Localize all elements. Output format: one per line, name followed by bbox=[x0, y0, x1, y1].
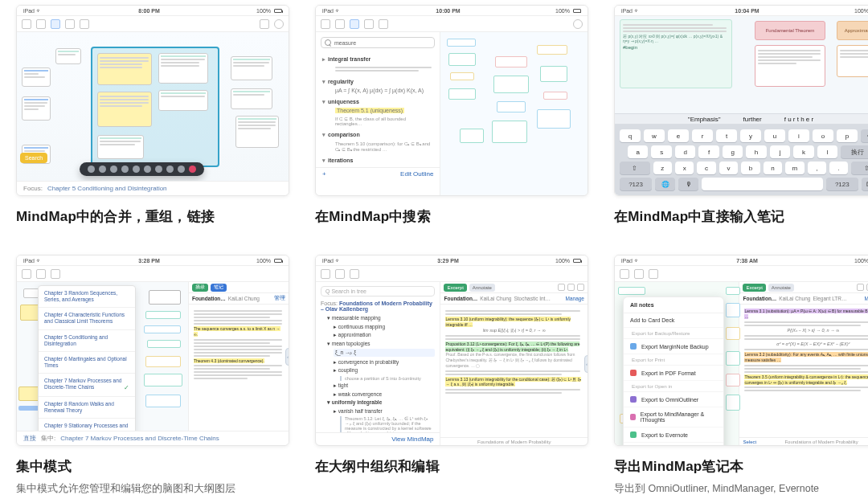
document-page[interactable]: Lemma 3.1 (substitution): μA = P{ω ∈ A: … bbox=[739, 305, 868, 437]
mindmap-canvas[interactable]: 若 p(x,y) 对应 x≥0 则 p(x,y)=∫ φ(x)dk … p(x,… bbox=[615, 16, 868, 113]
key-u[interactable]: u bbox=[764, 129, 785, 142]
outline-item[interactable]: regularity bbox=[328, 79, 354, 84]
select-link[interactable]: Select bbox=[743, 440, 756, 444]
mindmap-node[interactable] bbox=[97, 53, 152, 85]
tool-highlight-icon[interactable] bbox=[110, 166, 117, 173]
key-period[interactable]: . bbox=[829, 162, 848, 174]
mindmap-node[interactable] bbox=[540, 66, 567, 82]
key-t[interactable]: t bbox=[716, 129, 737, 142]
mindmap-node[interactable] bbox=[231, 56, 272, 80]
back-icon[interactable] bbox=[321, 269, 330, 279]
export-add-card[interactable]: Add to Card Deck bbox=[624, 313, 723, 328]
key-hide-keyboard[interactable]: ⌨ bbox=[862, 178, 868, 190]
key-b[interactable]: s bbox=[651, 145, 671, 158]
key-f[interactable]: f bbox=[698, 145, 719, 158]
manage-link[interactable]: Manage bbox=[865, 296, 869, 301]
tool-link-icon[interactable] bbox=[99, 166, 106, 173]
export-evernote[interactable]: Export to Evernote bbox=[624, 427, 723, 443]
export-omni[interactable]: Export to OmniOutliner bbox=[624, 392, 723, 407]
key-z[interactable]: z bbox=[653, 162, 672, 174]
chapter-item[interactable]: Chapter 9 Stationary Processes and Ergod… bbox=[39, 419, 135, 431]
mindmap-node[interactable] bbox=[837, 45, 868, 77]
outline-item[interactable]: tight bbox=[338, 382, 348, 388]
note-card[interactable]: 若 p(x,y) 对应 x≥0 则 p(x,y)=∫ φ(x)dk … p(x,… bbox=[620, 19, 732, 88]
key-return[interactable]: 换行 bbox=[841, 145, 868, 158]
doc-highlight[interactable]: Lemma 3.13 (uniform integrability for th… bbox=[445, 377, 581, 387]
mindmap-node[interactable] bbox=[450, 72, 474, 80]
tab-annotate[interactable]: Annotate bbox=[768, 284, 794, 292]
outline-subitem[interactable]: Theorem 5.1 (uniqueness) bbox=[335, 108, 404, 113]
doc-highlight[interactable]: Proposition 3.12 (L¹-convergence): For ξ… bbox=[445, 341, 579, 352]
key-backspace[interactable]: ⌫ bbox=[861, 129, 868, 142]
outline-item[interactable]: continuous mapping bbox=[338, 324, 385, 329]
mindmap-node[interactable] bbox=[492, 121, 527, 143]
outline-item[interactable]: uniformly integrable bbox=[332, 399, 382, 405]
mindmap-canvas[interactable]: Search bbox=[17, 32, 289, 181]
mindmap-node[interactable] bbox=[235, 116, 279, 148]
mindmap-node[interactable] bbox=[97, 92, 152, 127]
tool-select-icon[interactable] bbox=[88, 166, 95, 173]
key-e[interactable]: e bbox=[668, 129, 689, 142]
export-mindmanager[interactable]: Export to MindManager & iThoughts bbox=[624, 407, 723, 427]
layers-icon[interactable] bbox=[379, 19, 388, 29]
mindmap-node[interactable] bbox=[22, 96, 51, 121]
export-pdf[interactable]: Export in PDF Format bbox=[624, 366, 723, 381]
doc-title[interactable]: Foundation… bbox=[444, 296, 477, 301]
suggestion[interactable]: further bbox=[743, 116, 762, 123]
key-v[interactable]: v bbox=[719, 162, 738, 174]
chapter-item-selected[interactable]: Chapter 7 Markov Processes and Discrete-… bbox=[39, 374, 135, 397]
doc-extra[interactable]: Stochastic Int… bbox=[514, 296, 551, 301]
note-tag[interactable]: #begin bbox=[623, 45, 729, 50]
key-shift-right[interactable]: ⇧ bbox=[851, 162, 868, 174]
focus-title[interactable]: Foundations of Modern Probability – Olav… bbox=[321, 301, 432, 312]
focus-value[interactable]: Chapter 5 Conditioning and Disintegratio… bbox=[47, 185, 167, 192]
key-x[interactable]: x bbox=[675, 162, 694, 174]
mindmap-mode-icon[interactable] bbox=[51, 19, 60, 29]
mindmap-node[interactable] bbox=[22, 67, 51, 87]
mindmap-node[interactable] bbox=[495, 56, 527, 67]
sync-icon[interactable] bbox=[577, 284, 584, 291]
doc-highlight[interactable]: Lemma 3.10 (uniform integrability): the … bbox=[445, 317, 571, 327]
mindmap-node[interactable] bbox=[497, 101, 526, 112]
mindmap-node-title[interactable]: Approximation bbox=[837, 21, 868, 40]
more-icon[interactable] bbox=[274, 19, 284, 29]
share-icon[interactable] bbox=[634, 269, 644, 279]
key-comma[interactable]: , bbox=[808, 162, 826, 174]
key-q[interactable]: q bbox=[620, 129, 641, 142]
mindmap-node[interactable] bbox=[158, 53, 208, 84]
key-space[interactable] bbox=[702, 178, 822, 190]
outline-item[interactable]: coupling bbox=[338, 367, 358, 373]
suggestion[interactable]: f u r t h e r bbox=[784, 116, 813, 123]
view-mindmap-link[interactable]: View MindMap bbox=[391, 436, 433, 443]
outline-item[interactable]: vanish half transfer bbox=[338, 408, 383, 414]
doc-title[interactable]: Foundation… bbox=[743, 296, 776, 301]
document-page[interactable]: The sequence converges a.s. to a limit X… bbox=[189, 305, 289, 431]
mindmap-node[interactable] bbox=[460, 129, 484, 143]
edit-outline-link[interactable]: Edit Outline bbox=[400, 170, 433, 178]
back-icon[interactable] bbox=[22, 19, 31, 29]
doc-highlight[interactable]: Theorem 3.5 (uniform integrability & con… bbox=[744, 374, 868, 385]
focus-value[interactable]: Chapter 7 Markov Processes and Discrete-… bbox=[60, 435, 219, 442]
pen-icon[interactable] bbox=[567, 284, 575, 291]
bookmark-icon[interactable] bbox=[558, 284, 565, 291]
back-icon[interactable] bbox=[22, 269, 31, 279]
outline-item[interactable]: uniqueness bbox=[328, 99, 359, 104]
outline-item[interactable]: measurable mapping bbox=[332, 315, 381, 321]
bookmark-icon[interactable] bbox=[857, 284, 864, 291]
outline-item[interactable]: convergence in probability bbox=[338, 359, 399, 365]
key-l[interactable]: l bbox=[817, 145, 837, 158]
key-a[interactable]: a bbox=[628, 145, 648, 158]
mode-icon[interactable] bbox=[350, 269, 359, 279]
mindmap-node[interactable] bbox=[755, 45, 825, 87]
suggestion[interactable]: "Emphasis" bbox=[688, 116, 721, 123]
mindmap-canvas[interactable]: Chapter 3 Random Sequences, Series, and … bbox=[17, 282, 188, 431]
tab-excerpt[interactable]: Excerpt bbox=[444, 284, 466, 292]
document-page[interactable]: Lemma 3.10 (uniform integrability): the … bbox=[440, 305, 588, 437]
key-shift[interactable]: ⇧ bbox=[620, 162, 650, 174]
key-m[interactable]: m bbox=[785, 162, 804, 174]
chapter-item[interactable]: Chapter 6 Martingales and Optional Times bbox=[39, 352, 135, 374]
chapter-item[interactable]: Chapter 5 Conditioning and Disintegratio… bbox=[39, 330, 135, 352]
mindmap-node[interactable] bbox=[158, 90, 208, 111]
doc-highlight[interactable]: Lemma 3.1 (substitution): μA = P{ω ∈ A: … bbox=[744, 309, 868, 319]
key-c[interactable]: c bbox=[697, 162, 715, 174]
